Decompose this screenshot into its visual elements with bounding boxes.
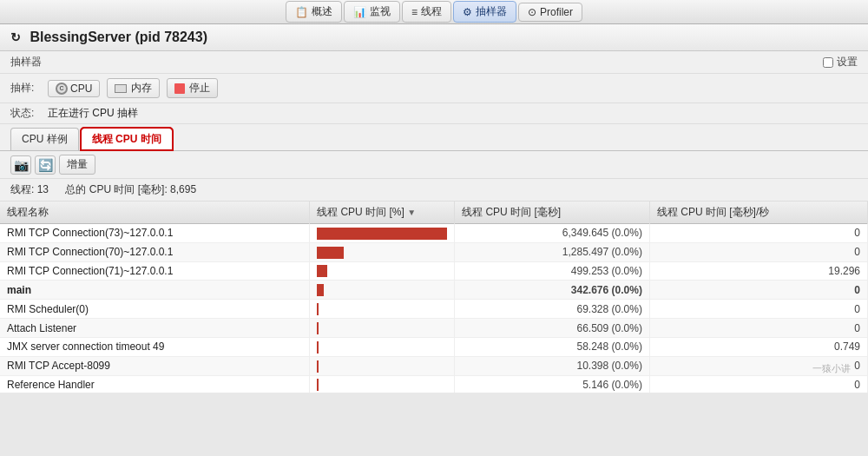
table-row: main342.676 (0.0%)0: [0, 281, 868, 300]
tab-monitor-label: 监视: [370, 4, 391, 19]
sort-icon: ▼: [407, 208, 416, 217]
cell-thread-name: RMI TCP Connection(71)~127.0.0.1: [0, 261, 310, 281]
sampler-header: 抽样器 设置: [0, 51, 868, 74]
table-row: RMI TCP Connection(73)~127.0.0.16,349.64…: [0, 224, 868, 243]
total-cpu-label: 总的 CPU 时间 [毫秒]:: [65, 183, 167, 195]
cpu-icon: C: [56, 83, 68, 95]
col-name: 线程名称: [0, 202, 310, 224]
cell-thread-name: RMI Scheduler(0): [0, 300, 310, 319]
settings-label: 设置: [837, 55, 858, 69]
status-value: 正在进行 CPU 抽样: [48, 106, 138, 121]
tab-profiler-label: Profiler: [540, 6, 573, 18]
refresh-button[interactable]: 🔄: [35, 155, 56, 175]
stop-label: 停止: [189, 81, 210, 96]
top-toolbar: 📋 概述 📊 监视 ≡ 线程 ⚙ 抽样器 ⊙ Profiler: [0, 0, 868, 24]
tab-threads-label: 线程: [421, 4, 442, 19]
table-container: 线程名称 线程 CPU 时间 [%] ▼ 线程 CPU 时间 [毫秒] 线程 C…: [0, 202, 868, 393]
cell-cpu-per-sec: 0.749: [649, 337, 867, 356]
cell-thread-name: main: [0, 281, 310, 300]
thread-count: 13: [37, 183, 49, 195]
table-row: RMI TCP Accept-809910.398 (0.0%)0: [0, 356, 868, 375]
snapshot-button[interactable]: 📷: [10, 155, 31, 175]
col-cpu-per-sec: 线程 CPU 时间 [毫秒]/秒: [649, 202, 867, 224]
cell-cpu-bar: [310, 300, 455, 319]
refresh-icon: 🔄: [38, 158, 53, 172]
cell-cpu-per-sec: 0: [649, 375, 867, 393]
col-cpu-ms: 线程 CPU 时间 [毫秒]: [455, 202, 650, 224]
cell-cpu-bar: [310, 375, 455, 393]
settings-checkbox[interactable]: [823, 57, 833, 68]
stop-button[interactable]: 停止: [167, 78, 218, 98]
settings-area: 设置: [823, 55, 858, 69]
delta-label: 增量: [67, 158, 88, 170]
cell-cpu-bar: [310, 337, 455, 356]
status-row-label: 状态:: [10, 106, 41, 121]
cpu-bar-fill: [317, 322, 319, 334]
cell-cpu-per-sec: 0: [649, 224, 867, 243]
tab-thread-cpu[interactable]: 线程 CPU 时间: [81, 128, 173, 150]
cell-cpu-bar: [310, 242, 455, 261]
cpu-bar-fill: [317, 341, 319, 354]
tab-profiler[interactable]: ⊙ Profiler: [518, 3, 582, 22]
stop-icon: [174, 83, 185, 94]
sampling-row: 抽样: C CPU 内存 停止: [0, 74, 868, 103]
cell-thread-name: Attach Listener: [0, 319, 310, 338]
cell-cpu-per-sec: 0: [649, 356, 867, 375]
tab-sampler[interactable]: ⚙ 抽样器: [453, 1, 516, 23]
threads-icon: ≡: [411, 6, 418, 18]
cell-cpu-ms: 499.253 (0.0%): [455, 261, 650, 281]
table-header-row: 线程名称 线程 CPU 时间 [%] ▼ 线程 CPU 时间 [毫秒] 线程 C…: [0, 202, 868, 224]
tab-overview-label: 概述: [312, 4, 332, 19]
tab-overview[interactable]: 📋 概述: [286, 1, 342, 23]
cell-thread-name: RMI TCP Accept-8099: [0, 356, 310, 375]
cpu-button[interactable]: C CPU: [48, 80, 100, 97]
profiler-icon: ⊙: [528, 6, 536, 18]
mem-icon: [115, 84, 127, 93]
tab-cpu-samples-label: CPU 样例: [22, 133, 68, 145]
cpu-bar-fill: [317, 360, 319, 373]
cell-cpu-bar: [310, 224, 455, 243]
table-row: RMI TCP Connection(71)~127.0.0.1499.253 …: [0, 261, 868, 281]
tab-sampler-label: 抽样器: [476, 4, 507, 19]
cell-thread-name: RMI TCP Connection(73)~127.0.0.1: [0, 224, 310, 243]
cpu-bar-fill: [317, 303, 319, 315]
memory-button[interactable]: 内存: [107, 78, 160, 98]
cell-cpu-per-sec: 0: [649, 300, 867, 319]
table-row: JMX server connection timeout 4958.248 (…: [0, 337, 868, 356]
sampling-row-label: 抽样:: [10, 81, 41, 96]
cell-thread-name: RMI TCP Connection(70)~127.0.0.1: [0, 242, 310, 261]
cell-cpu-per-sec: 19.296: [649, 261, 867, 281]
thread-count-label: 线程:: [10, 183, 34, 195]
cell-thread-name: Reference Handler: [0, 375, 310, 393]
cell-cpu-bar: [310, 356, 455, 375]
cell-cpu-bar: [310, 319, 455, 338]
overview-icon: 📋: [295, 6, 308, 18]
sampler-section-label: 抽样器: [10, 55, 42, 69]
cpu-bar-fill: [317, 379, 319, 391]
cell-cpu-bar: [310, 261, 455, 281]
cell-cpu-ms: 5.146 (0.0%): [455, 375, 650, 393]
col-cpu-pct[interactable]: 线程 CPU 时间 [%] ▼: [310, 202, 455, 224]
table-row: Attach Listener66.509 (0.0%)0: [0, 319, 868, 338]
delta-button[interactable]: 增量: [59, 155, 95, 175]
cell-cpu-ms: 10.398 (0.0%): [455, 356, 650, 375]
window-title-bar: ↻ BlessingServer (pid 78243): [0, 24, 868, 51]
tab-monitor[interactable]: 📊 监视: [344, 1, 400, 23]
tab-cpu-samples[interactable]: CPU 样例: [10, 128, 79, 150]
table-row: RMI Scheduler(0)69.328 (0.0%)0: [0, 300, 868, 319]
toolbar-row: 📷 🔄 增量: [0, 151, 868, 179]
info-row: 线程: 13 总的 CPU 时间 [毫秒]: 8,695: [0, 179, 868, 202]
monitor-icon: 📊: [353, 6, 366, 18]
cpu-bar-fill: [317, 284, 324, 296]
cell-cpu-per-sec: 0: [649, 319, 867, 338]
window-refresh-icon: ↻: [10, 30, 21, 44]
cpu-bar-fill: [317, 228, 447, 240]
cell-cpu-ms: 66.509 (0.0%): [455, 319, 650, 338]
thread-table: 线程名称 线程 CPU 时间 [%] ▼ 线程 CPU 时间 [毫秒] 线程 C…: [0, 202, 868, 393]
mem-label: 内存: [131, 81, 152, 96]
tab-threads[interactable]: ≡ 线程: [402, 1, 451, 23]
cpu-bar-fill: [317, 265, 327, 277]
cpu-bar-fill: [317, 247, 343, 259]
content-tab-row: CPU 样例 线程 CPU 时间: [0, 124, 868, 151]
table-row: RMI TCP Connection(70)~127.0.0.11,285.49…: [0, 242, 868, 261]
